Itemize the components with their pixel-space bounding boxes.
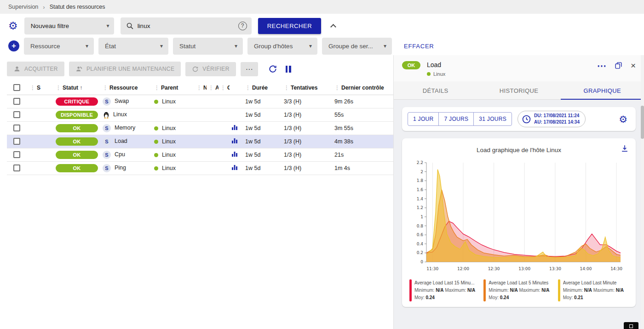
column-drag-handle-icon[interactable]: ⋮	[103, 85, 108, 91]
check-button[interactable]: VÉRIFIER	[185, 62, 236, 76]
tab-details[interactable]: DÉTAILS	[394, 81, 477, 99]
resource-name[interactable]: Cpu	[115, 151, 125, 158]
column-drag-handle-icon[interactable]: ⋮	[334, 85, 340, 91]
filter-dropdown-ressource[interactable]: Ressource▾	[24, 38, 94, 55]
graph-icon[interactable]	[231, 124, 238, 130]
column-drag-handle-icon[interactable]: ⋮	[220, 85, 226, 91]
filter-dropdown-etat[interactable]: État▾	[98, 38, 168, 55]
parent-name[interactable]: Linux	[162, 165, 176, 171]
duration-cell: 1w 5d	[243, 135, 282, 148]
acknowledge-button[interactable]: ACQUITTER	[7, 62, 64, 76]
row-checkbox[interactable]	[13, 111, 20, 118]
legend-color-bar	[558, 279, 560, 301]
panel-host-name[interactable]: Linux	[433, 71, 445, 77]
copy-link-icon[interactable]	[615, 62, 622, 69]
range-button-1-jour[interactable]: 1 JOUR	[408, 112, 439, 126]
resource-name[interactable]: Swap	[115, 98, 129, 104]
legend-color-bar	[409, 279, 412, 301]
parent-name[interactable]: Linux	[162, 152, 176, 158]
row-checkbox[interactable]	[13, 98, 20, 105]
parent-name[interactable]: Linux	[162, 98, 176, 105]
pause-autorefresh-button[interactable]	[286, 66, 291, 73]
breadcrumb-item-current[interactable]: Statut des ressources	[50, 4, 105, 10]
column-drag-handle-icon[interactable]: ⋮	[208, 85, 214, 91]
column-header-tentatives[interactable]: ⋮Tentatives	[282, 81, 333, 95]
resource-name[interactable]: Load	[115, 138, 127, 144]
column-drag-handle-icon[interactable]: ⋮	[154, 85, 160, 91]
tries-cell: 3/3 (H)	[282, 95, 333, 108]
close-panel-icon[interactable]: ×	[631, 62, 636, 69]
resource-name[interactable]: Ping	[115, 164, 126, 171]
collapse-filters-chevron-icon[interactable]	[330, 24, 336, 30]
column-drag-handle-icon[interactable]: ⋮	[30, 85, 35, 91]
table-row-linux[interactable]: DISPONIBLELinux1w 5d1/3 (H)55s	[7, 108, 393, 121]
svg-text:14:30: 14:30	[610, 267, 622, 271]
legend-item[interactable]: Average Load Last MinuteMinimum: N/A Max…	[558, 279, 628, 301]
scrollbar-thumb[interactable]	[641, 106, 644, 139]
column-drag-handle-icon[interactable]: ⋮	[56, 85, 61, 91]
legend-item[interactable]: Average Load Last 5 MinutesMinimum: N/A …	[483, 279, 554, 301]
search-button[interactable]: RECHERCHER	[258, 18, 322, 34]
column-header-duree[interactable]: ⋮Durée	[243, 81, 282, 95]
maintenance-label: PLANIFIER UNE MAINTENANCE	[86, 66, 174, 72]
row-checkbox[interactable]	[13, 164, 20, 171]
svg-text:0.8: 0.8	[417, 224, 424, 228]
graph-settings-gear-icon[interactable]: ⚙	[619, 114, 627, 124]
legend-item[interactable]: Average Load Last 15 Minu...Minimum: N/A…	[409, 279, 480, 301]
column-header-ressource[interactable]: ⋮Ressource	[101, 81, 152, 95]
filter-dropdown-group-d-hotes[interactable]: Group d'hôtes▾	[247, 38, 317, 55]
select-all-checkbox[interactable]	[13, 84, 20, 91]
graph-icon[interactable]	[231, 151, 238, 157]
refresh-button[interactable]	[268, 64, 277, 74]
custom-period-selector[interactable]: DU: 17/08/2021 11:24 AU: 17/08/2021 14:3…	[518, 111, 586, 127]
table-row-cpu[interactable]: OKSCpuLinux1w 5d1/3 (H)21s	[7, 148, 393, 161]
column-header-n[interactable]: ⋮N	[195, 81, 207, 95]
more-actions-button[interactable]: ⋯	[241, 62, 258, 76]
resource-name[interactable]: Memory	[115, 125, 135, 131]
resource-table-body: CRITIQUESSwapLinux1w 5d3/3 (H)9m 26sDISP…	[7, 95, 393, 175]
graph-icon[interactable]	[231, 137, 238, 144]
column-header-g[interactable]: ⋮G	[218, 81, 230, 95]
tab-historique[interactable]: HISTORIQUE	[477, 81, 560, 99]
tab-graphique[interactable]: GRAPHIQUE	[561, 81, 644, 99]
tries-cell: 1/3 (H)	[282, 135, 333, 148]
range-button-31-jours[interactable]: 31 JOURS	[473, 112, 512, 126]
duration-cell: 1w 5d	[243, 148, 282, 161]
resources-list-section: ACQUITTER PLANIFIER UNE MAINTENANCE VÉRI…	[0, 55, 393, 329]
column-drag-handle-icon[interactable]: ⋮	[196, 85, 202, 91]
breadcrumb-item-supervision[interactable]: Supervision	[8, 4, 38, 10]
search-help-icon[interactable]: ?	[238, 22, 247, 30]
column-header-statut[interactable]: ⋮Statut ↑	[54, 81, 101, 95]
filter-dropdown-statut[interactable]: Statut▾	[173, 38, 243, 55]
panel-more-icon[interactable]: ⋯	[597, 63, 606, 68]
parent-name[interactable]: Linux	[162, 125, 176, 131]
graph-icon[interactable]	[231, 164, 238, 170]
column-drag-handle-icon[interactable]: ⋮	[284, 85, 289, 91]
column-header-a[interactable]: ⋮A	[207, 81, 218, 95]
resource-name[interactable]: Linux	[113, 111, 127, 118]
table-row-ping[interactable]: OKSPingLinux1w 5d1/3 (H)1m 4s	[7, 161, 393, 175]
table-row-swap[interactable]: CRITIQUESSwapLinux1w 5d3/3 (H)9m 26s	[7, 95, 393, 108]
table-row-load[interactable]: OKSLoadLinux1w 5d1/3 (H)4m 38s	[7, 135, 393, 148]
add-filter-button[interactable]: +	[8, 40, 19, 51]
set-maintenance-button[interactable]: PLANIFIER UNE MAINTENANCE	[69, 62, 181, 76]
column-header-dernier-controle[interactable]: ⋮Dernier contrôle	[333, 81, 393, 95]
range-button-7-jours[interactable]: 7 JOURS	[438, 112, 474, 126]
search-input[interactable]	[138, 23, 235, 29]
clear-filters-button[interactable]: EFFACER	[404, 43, 434, 50]
filter-settings-gear-icon[interactable]: ⚙	[8, 21, 18, 31]
row-checkbox[interactable]	[13, 138, 20, 145]
filter-preset-select[interactable]: Nouveau filtre ▾	[24, 17, 114, 34]
table-row-memory[interactable]: OKSMemoryLinux1w 5d1/3 (H)3m 55s	[7, 121, 393, 135]
row-checkbox[interactable]	[13, 151, 20, 158]
time-range-card: 1 JOUR7 JOURS31 JOURS DU: 17/08/2021 11:…	[402, 107, 636, 131]
vertical-scrollbar[interactable]	[641, 55, 644, 329]
row-checkbox[interactable]	[13, 125, 20, 131]
filter-dropdown-groupe-de-ser[interactable]: Groupe de ser...▾	[322, 38, 392, 55]
column-header-s[interactable]: ⋮S	[28, 81, 54, 95]
export-chart-icon[interactable]	[620, 144, 629, 153]
filter-row-criterias: + Ressource▾État▾Statut▾Group d'hôtes▾Gr…	[8, 37, 644, 55]
column-header-parent[interactable]: ⋮Parent	[152, 81, 195, 95]
column-drag-handle-icon[interactable]: ⋮	[245, 85, 251, 91]
parent-name[interactable]: Linux	[162, 138, 176, 145]
